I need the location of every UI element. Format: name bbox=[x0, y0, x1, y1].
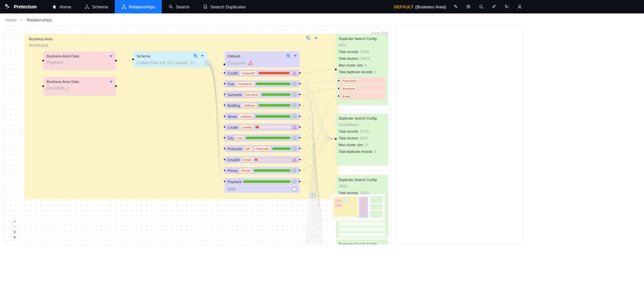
dataset-field-row[interactable]: Phone Phone bbox=[225, 167, 300, 174]
handle-dot[interactable] bbox=[335, 69, 337, 70]
handle-dot[interactable] bbox=[224, 72, 225, 74]
handle-dot[interactable] bbox=[42, 60, 44, 61]
dataset-field-row[interactable]: Locale Locality bbox=[225, 124, 300, 131]
handle-dot[interactable] bbox=[299, 83, 300, 84]
handle-dot[interactable] bbox=[224, 181, 225, 182]
plus-glyph: + bbox=[311, 194, 313, 197]
minimap[interactable] bbox=[331, 194, 385, 221]
check-icon bbox=[292, 92, 297, 97]
handle-dot[interactable] bbox=[299, 170, 300, 171]
schema-node[interactable]: Schema Coffee Club UK SE London_17045995… bbox=[133, 51, 207, 68]
handle-dot[interactable] bbox=[299, 116, 300, 117]
match-field-row[interactable]: Email bbox=[339, 93, 386, 99]
fit-view-button[interactable] bbox=[12, 229, 17, 234]
chevron-down-icon[interactable] bbox=[110, 81, 112, 83]
handle-dot[interactable] bbox=[224, 116, 225, 117]
dataset-field-row[interactable]: CustID UniqueID bbox=[225, 70, 300, 77]
match-field-row[interactable]: Forename bbox=[339, 77, 386, 84]
zoom-out-button[interactable]: − bbox=[12, 224, 17, 229]
zoom-in-icon[interactable] bbox=[286, 53, 291, 58]
nav-item-search[interactable]: Search bbox=[162, 0, 196, 13]
check-icon bbox=[292, 146, 297, 151]
handle-dot[interactable] bbox=[224, 137, 225, 138]
collapse-fields-button[interactable]: − bbox=[292, 187, 297, 192]
handle-dot[interactable] bbox=[42, 85, 44, 87]
handle-dot[interactable] bbox=[335, 138, 337, 140]
search-tool-icon[interactable] bbox=[475, 0, 488, 13]
business-area-context[interactable]: DEFAULT(Business Area) bbox=[394, 4, 446, 9]
zoom-out-icon[interactable] bbox=[306, 36, 311, 41]
lock-button[interactable] bbox=[12, 234, 17, 240]
handle-dot[interactable] bbox=[299, 137, 300, 138]
handle-dot[interactable] bbox=[224, 159, 225, 160]
duplicate-search-config-emailmatch[interactable]: Duplicate Search Config EmailMatch Total… bbox=[336, 114, 388, 166]
settings-icon[interactable]: ⚙ bbox=[462, 0, 475, 13]
business-area-data-node-payment[interactable]: Business Area Data Payment bbox=[43, 51, 116, 70]
react-flow-canvas[interactable]: React Flow Business Area Brewtopia bbox=[3, 26, 392, 245]
nav-item-home[interactable]: Home bbox=[45, 0, 78, 13]
handle-dot[interactable] bbox=[299, 94, 300, 95]
minimap-row bbox=[360, 210, 366, 211]
breadcrumb-home[interactable]: Home bbox=[5, 18, 16, 23]
magnifier-icon bbox=[479, 4, 484, 9]
handle-dot[interactable] bbox=[299, 126, 300, 128]
field-name: CustID bbox=[228, 71, 238, 75]
handle-dot[interactable] bbox=[224, 83, 225, 84]
app-brand[interactable]: Pretectum bbox=[0, 0, 45, 13]
handle-dot[interactable] bbox=[224, 94, 225, 95]
user-icon[interactable] bbox=[513, 0, 526, 13]
dataset-field-row[interactable]: EmailID Email bbox=[225, 156, 300, 163]
handle-dot[interactable] bbox=[299, 72, 300, 74]
dataset-field-row[interactable]: First Forename bbox=[225, 80, 300, 87]
chevron-down-icon[interactable] bbox=[110, 55, 112, 57]
dataset-field-row[interactable]: Street Address bbox=[225, 113, 300, 120]
zoom-in-button[interactable]: + bbox=[12, 219, 17, 224]
handle-dot[interactable] bbox=[299, 181, 300, 182]
handle-dot[interactable] bbox=[299, 148, 300, 149]
nav-item-schema[interactable]: Schema bbox=[78, 0, 115, 13]
dataset-field-row[interactable]: Postcode ZIP Postcode bbox=[225, 145, 300, 152]
handle-dot[interactable] bbox=[115, 60, 117, 61]
edge-expand-button[interactable]: + bbox=[310, 193, 315, 198]
business-area-data-node-countries[interactable]: Business Area Data Countries_1 bbox=[43, 77, 116, 96]
duplicate-search-config-msc[interactable]: Duplicate Search Config MSC Total record… bbox=[336, 34, 388, 105]
nav-label: Relationships bbox=[129, 4, 155, 9]
handle-dot[interactable] bbox=[338, 80, 339, 81]
expand-fields-button[interactable]: + bbox=[205, 60, 210, 65]
handle-dot[interactable] bbox=[299, 104, 300, 106]
handle-dot[interactable] bbox=[224, 104, 225, 106]
handle-dot[interactable] bbox=[224, 126, 225, 128]
handle-dot[interactable] bbox=[224, 63, 225, 65]
handle-dot[interactable] bbox=[132, 58, 134, 60]
dataset-field-row[interactable]: Payment bbox=[225, 178, 300, 185]
dataset-node[interactable]: Dataset Customer CustID UniqueID First F… bbox=[225, 51, 300, 193]
match-field-row[interactable]: Surname bbox=[339, 85, 386, 92]
refresh-icon[interactable]: ↻ bbox=[500, 0, 513, 13]
handle-dot[interactable] bbox=[338, 95, 339, 97]
handle-dot[interactable] bbox=[224, 170, 225, 171]
dataset-field-row[interactable]: Building Address bbox=[225, 102, 300, 109]
chevron-down-icon[interactable] bbox=[314, 37, 317, 39]
handle-dot[interactable] bbox=[338, 88, 339, 89]
duplicate-search-config-clipped[interactable]: Duplicate Search Config bbox=[336, 240, 388, 245]
breadcrumb-separator: > bbox=[20, 18, 23, 23]
annotate-icon[interactable]: ✐ bbox=[488, 0, 500, 13]
chevron-down-icon[interactable] bbox=[294, 55, 297, 57]
edit-icon[interactable]: ✎ bbox=[449, 0, 462, 13]
warning-icon bbox=[292, 125, 297, 129]
dataset-field-row[interactable]: Surname Surname bbox=[225, 91, 300, 98]
nav-item-relationships[interactable]: Relationships bbox=[115, 0, 162, 13]
handle-dot[interactable] bbox=[224, 148, 225, 149]
config-title: Duplicate Search Config bbox=[339, 242, 386, 245]
config-title: Duplicate Search Config bbox=[339, 37, 386, 41]
zoom-in-icon[interactable] bbox=[193, 53, 198, 58]
handle-dot[interactable] bbox=[299, 159, 300, 160]
check-icon bbox=[292, 168, 297, 173]
node-subtitle: Payment bbox=[47, 60, 112, 65]
dataset-footer: 1015 − bbox=[225, 185, 300, 193]
field-name: EmailID bbox=[228, 158, 240, 162]
dataset-field-row[interactable]: City City bbox=[225, 134, 300, 141]
chevron-down-icon[interactable] bbox=[201, 55, 204, 57]
handle-dot[interactable] bbox=[115, 85, 117, 87]
nav-item-search-duplicates[interactable]: Search Duplicates bbox=[196, 0, 253, 13]
